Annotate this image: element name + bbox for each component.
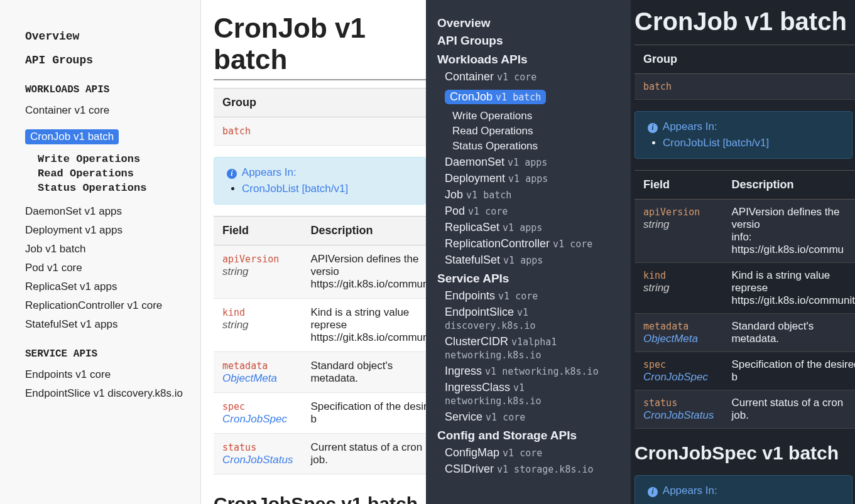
dnav-status[interactable]: Status Operations (452, 140, 622, 153)
dnav-clustercidr[interactable]: ClusterCIDR v1alpha1 networking.k8s.io (445, 335, 622, 362)
dnav-csidriver[interactable]: CSIDriver v1 storage.k8s.io (445, 463, 622, 476)
dappears-in-label: Appears In: (663, 121, 717, 132)
dappears-in-link[interactable]: CronJobList [batch/v1] (663, 137, 769, 149)
col-field: Field (214, 217, 302, 245)
page-title: CronJob v1 batch (214, 13, 426, 80)
nav-statefulset[interactable]: StatefulSet v1 apps (25, 318, 188, 331)
drow-status: statusCronJobStatus Current status of a … (634, 390, 855, 429)
nav-replicaset[interactable]: ReplicaSet v1 apps (25, 281, 188, 293)
dappears-in-callout-2: i Appears In: (634, 475, 852, 504)
dnav-daemonset[interactable]: DaemonSet v1 apps (445, 156, 622, 169)
sidebar-dark: Overview API Groups Workloads APIs Conta… (426, 0, 631, 504)
row-spec: specCronJobSpec Specification of the des… (214, 393, 426, 434)
nav-deployment[interactable]: Deployment v1 apps (25, 224, 188, 237)
dnav-write[interactable]: Write Operations (452, 110, 622, 122)
sidebar-light: Overview API Groups WORKLOADS APIS Conta… (0, 0, 201, 504)
row-metadata: metadataObjectMeta Standard object's met… (214, 352, 426, 393)
dgroup-table: Group batch (634, 45, 855, 100)
drow-kind: kindstring Kind is a string value repres… (634, 263, 855, 314)
nav-read-ops[interactable]: Read Operations (38, 168, 188, 180)
info-icon: i (648, 123, 658, 133)
nav-write-ops[interactable]: Write Operations (38, 153, 188, 165)
nav-status-ops[interactable]: Status Operations (38, 182, 188, 194)
dnav-overview[interactable]: Overview (437, 16, 622, 30)
group-header: Group (214, 88, 426, 117)
dnav-endpoints[interactable]: Endpoints v1 core (445, 289, 622, 303)
dnav-ingress[interactable]: Ingress v1 networking.k8s.io (445, 365, 622, 378)
dnav-api-groups[interactable]: API Groups (437, 34, 622, 48)
nav-api-groups[interactable]: API Groups (25, 54, 188, 67)
dappears-in-callout: i Appears In: CronJobList [batch/v1] (634, 111, 852, 159)
dnav-section-config: Config and Storage APIs (437, 429, 622, 442)
row-apiversion: apiVersionstring APIVersion defines the … (214, 245, 426, 299)
dcol-desc: Description (722, 171, 855, 200)
dgroup-value: batch (643, 81, 672, 92)
dpage-title: CronJob v1 batch (634, 8, 855, 36)
col-desc: Description (302, 217, 426, 245)
appears-in-callout: i Appears In: CronJobList [batch/v1] (214, 157, 426, 205)
dgroup-header: Group (634, 45, 855, 74)
dnav-deployment[interactable]: Deployment v1 apps (445, 172, 622, 185)
nav-replicationcontroller[interactable]: ReplicationController v1 core (25, 299, 188, 312)
dnav-ingressclass[interactable]: IngressClass v1 networking.k8s.io (445, 381, 622, 407)
dfields-table: Field Description apiVersionstring APIVe… (634, 170, 855, 429)
nav-section-service: SERVICE APIS (25, 348, 188, 360)
dnav-section-service: Service APIs (437, 272, 622, 286)
nav-daemonset[interactable]: DaemonSet v1 apps (25, 205, 188, 218)
dnav-job[interactable]: Job v1 batch (445, 188, 622, 201)
dnav-pod[interactable]: Pod v1 core (445, 205, 622, 218)
info-icon: i (648, 487, 658, 497)
dnav-statefulset[interactable]: StatefulSet v1 apps (445, 254, 622, 267)
dspec-title: CronJobSpec v1 batch (634, 442, 855, 464)
dnav-endpointslice[interactable]: EndpointSlice v1 discovery.k8s.io (445, 306, 622, 332)
appears-in-label: Appears In: (242, 166, 297, 178)
content-dark: CronJob v1 batch Group batch i Appears I… (631, 0, 855, 504)
fields-table: Field Description apiVersionstring APIVe… (214, 216, 426, 475)
appears-in-link[interactable]: CronJobList [batch/v1] (242, 183, 348, 195)
drow-spec: specCronJobSpec Specification of the des… (634, 352, 855, 390)
dnav-replicaset[interactable]: ReplicaSet v1 apps (445, 221, 622, 234)
drow-metadata: metadataObjectMeta Standard object's met… (634, 314, 855, 352)
dnav-configmap[interactable]: ConfigMap v1 core (445, 446, 622, 459)
dnav-section-workloads: Workloads APIs (437, 53, 622, 67)
nav-job[interactable]: Job v1 batch (25, 243, 188, 255)
nav-section-workloads: WORKLOADS APIS (25, 84, 188, 95)
dnav-replicationcontroller[interactable]: ReplicationController v1 core (445, 237, 622, 250)
nav-endpoints[interactable]: Endpoints v1 core (25, 368, 188, 381)
group-value: batch (222, 126, 251, 137)
drow-apiversion: apiVersionstring APIVersion defines the … (634, 200, 855, 263)
spec-title: CronJobSpec v1 batch (214, 493, 426, 504)
dnav-cronjob[interactable]: CronJob v1 batch (445, 90, 546, 104)
row-status: statusCronJobStatus Current status of a … (214, 434, 426, 475)
dcol-field: Field (634, 171, 722, 200)
dnav-read[interactable]: Read Operations (452, 125, 622, 137)
nav-pod[interactable]: Pod v1 core (25, 262, 188, 274)
dnav-service[interactable]: Service v1 core (445, 410, 622, 424)
dappears-in-label-2: Appears In: (663, 485, 717, 496)
nav-endpointslice[interactable]: EndpointSlice v1 discovery.k8s.io (25, 387, 188, 400)
content-light: CronJob v1 batch Group batch i Appears I… (201, 0, 426, 504)
nav-overview[interactable]: Overview (25, 30, 188, 43)
nav-container[interactable]: Container v1 core (25, 104, 188, 117)
group-table: Group batch (214, 88, 426, 146)
nav-cronjob[interactable]: CronJob v1 batch (25, 129, 119, 144)
row-kind: kindstring Kind is a string value repres… (214, 299, 426, 352)
dnav-container[interactable]: Container v1 core (445, 70, 622, 83)
info-icon: i (227, 169, 237, 179)
